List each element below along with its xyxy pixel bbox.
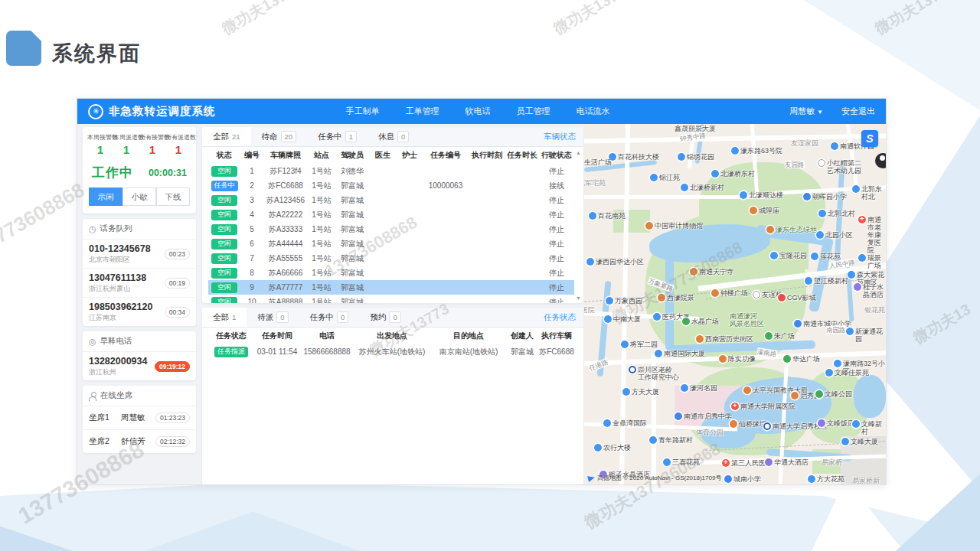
column-header: 编号: [240, 147, 263, 164]
poi-icon: [743, 386, 751, 394]
nav-menu-item[interactable]: 软电话: [466, 106, 491, 117]
vehicle-row[interactable]: 任务中 2 苏FC6688 1号站 郭富城 10000063 接线: [208, 178, 574, 193]
nav-menu-item[interactable]: 工单管理: [406, 106, 439, 117]
tab-count: 20: [281, 131, 297, 142]
scroll-up-icon[interactable]: ▲: [576, 150, 581, 155]
map-label: 南通大学附属医院: [731, 403, 795, 410]
early-release-header: ◎ 早释电话: [83, 331, 196, 352]
vehicle-tab[interactable]: 休息 0: [368, 127, 420, 146]
poi-icon: [586, 258, 594, 266]
vehicles-scrollbar[interactable]: ▲ ▼: [575, 150, 582, 301]
map-label-text: 南通天宁寺: [699, 268, 733, 276]
vehicle-row[interactable]: 空闲 7 苏A55555 1号站 郭富城 停止: [208, 251, 574, 266]
map-label: 宝隆花园: [770, 252, 807, 259]
vehicles-card: 全部 21 待命 20 任务中 1: [202, 127, 583, 303]
map-label: 小红帽第二 艺术幼儿园: [818, 159, 861, 174]
page-title: 系统界面: [52, 40, 141, 67]
map-label-text: 桂子水晶酒店: [863, 283, 886, 298]
tab-count: 1: [345, 131, 357, 142]
queue-item[interactable]: 010-12345678 北京市朝阳区 00:23: [83, 240, 196, 269]
map-label-text: 北濠桥东村: [720, 170, 755, 178]
vehicle-tab[interactable]: 任务中 1: [307, 127, 368, 146]
task-tab[interactable]: 待派 0: [247, 308, 299, 327]
map-label: 瑞景广场: [858, 254, 886, 269]
agent-name: 周慧敏: [121, 412, 145, 423]
poi-icon: [778, 294, 786, 302]
poi-icon: [825, 369, 833, 377]
task-tab[interactable]: 预约 0: [359, 308, 411, 327]
map-label: 文峰佳景苑: [825, 369, 869, 377]
vehicle-tab[interactable]: 待命 20: [251, 127, 308, 146]
status-button[interactable]: 下线: [156, 187, 190, 206]
map-label-text: 钟楼广场: [720, 289, 748, 297]
map-label: 钟楼广场: [711, 289, 748, 297]
map-label: 南通市老 年康复医院: [858, 216, 886, 254]
poi-icon: [765, 458, 773, 466]
vehicle-tab[interactable]: 全部 21: [202, 127, 251, 146]
nav-menu-item[interactable]: 手工制单: [346, 106, 380, 117]
agent-row[interactable]: 坐席1 周慧敏 01:23:23: [83, 406, 196, 430]
poi-icon: [690, 268, 697, 276]
poi-icon: [808, 475, 815, 483]
vehicle-row[interactable]: 空闲 4 苏A22222 1号站 郭富城 停止: [208, 207, 574, 222]
poi-icon: [678, 153, 685, 161]
vehicle-row[interactable]: 空闲 10 苏A88888 1号站 郭富城 停止: [208, 295, 574, 303]
poi-icon: [852, 185, 860, 193]
status-button[interactable]: 示闲: [89, 187, 122, 206]
caret-down-icon: ▼: [817, 109, 823, 116]
map-label: 濠西园华达小区: [586, 258, 644, 266]
scroll-down-icon[interactable]: ▼: [576, 295, 581, 301]
watermark-text: 3773608868: [0, 178, 89, 254]
map-label-text: 银花苑: [864, 306, 885, 314]
tab-count: 0: [337, 311, 348, 323]
map-label-text: 医院: [584, 306, 595, 314]
vehicle-row[interactable]: 空闲 9 苏A77777 1号站 郭富城 停止: [208, 280, 574, 295]
agent-time: 02:12:32: [155, 436, 190, 447]
poi-icon: [763, 422, 771, 430]
logout-button[interactable]: 安全退出: [841, 106, 875, 117]
map-label: 医院: [584, 306, 595, 314]
stat-value: 1: [165, 143, 191, 156]
map-label-text: 朝晖园小学: [812, 193, 847, 201]
task-tab[interactable]: 任务中 0: [299, 308, 360, 327]
map[interactable]: 鑫晟丽景大厦 南通软件园 友谊家园 友园路: [584, 124, 886, 484]
map-label: 西濠院景: [658, 294, 694, 302]
map-label: 新濠通花园: [846, 328, 886, 343]
vehicle-status-link[interactable]: 车辆状态: [544, 132, 576, 142]
streetview-pegman-icon[interactable]: [875, 153, 886, 168]
nav-menu-item[interactable]: 电话流水: [577, 106, 610, 117]
vehicle-row[interactable]: 空闲 6 苏A44444 1号站 郭富城 停止: [208, 236, 574, 251]
task-row[interactable]: 任务指派 03-01 11:54 15866668888 苏州火车站(地铁站) …: [208, 344, 576, 359]
agent-row[interactable]: 坐席2 舒信芳 02:12:32: [83, 430, 196, 453]
vehicle-row[interactable]: 空闲 5 苏A33333 1号站 郭富城 停止: [208, 222, 574, 236]
map-label-text: 望江楼新村: [814, 277, 848, 285]
user-menu[interactable]: 周慧敏▼: [789, 106, 823, 117]
map-label-text: 鑫晟丽景大厦: [675, 125, 716, 132]
map-label: 濠东生态绿地: [766, 226, 817, 233]
poi-icon: [753, 291, 760, 298]
map-attribution: 高德地图 © 2020 AutoNavi - GS(2018)1709号: [588, 474, 721, 482]
amap-logo-icon: [587, 474, 596, 481]
vehicle-row[interactable]: 空闲 8 苏A66666 1号站 郭富城 停止: [208, 266, 574, 280]
status-button[interactable]: 小歇: [122, 187, 156, 206]
task-tab[interactable]: 全部 1: [202, 308, 247, 327]
poi-icon: [858, 216, 866, 223]
map-label-text: 水晶广场: [691, 318, 719, 325]
task-status-link[interactable]: 任务状态: [544, 312, 576, 323]
stat-label: 本周派遣数: [113, 133, 139, 142]
queue-item[interactable]: 13047611138 浙江杭州萧山 00:19: [83, 269, 196, 298]
early-release-item[interactable]: 13282000934 浙江杭州 09:19:12: [83, 352, 196, 380]
map-label: 百花科技大楼: [609, 153, 659, 161]
map-label: 南通天宁寺: [690, 268, 733, 276]
map-label: 中南大厦: [604, 315, 641, 323]
map-label-text: 北郭北村: [828, 210, 855, 217]
vehicle-row[interactable]: 空闲 1 苏F123f4 1号站 刘德华 停止: [208, 164, 574, 178]
nav-menu-item[interactable]: 员工管理: [517, 106, 550, 117]
queue-item[interactable]: 198503962120 江苏南京 00:34: [83, 298, 196, 326]
status-badge: 空闲: [211, 195, 237, 206]
poi-icon: [719, 355, 727, 363]
poi-icon: [815, 390, 823, 398]
map-layers-button[interactable]: S: [861, 130, 878, 147]
poi-icon: [765, 332, 773, 340]
vehicle-row[interactable]: 空闲 3 苏A123456 1号站 郭富城 停止: [208, 193, 574, 207]
